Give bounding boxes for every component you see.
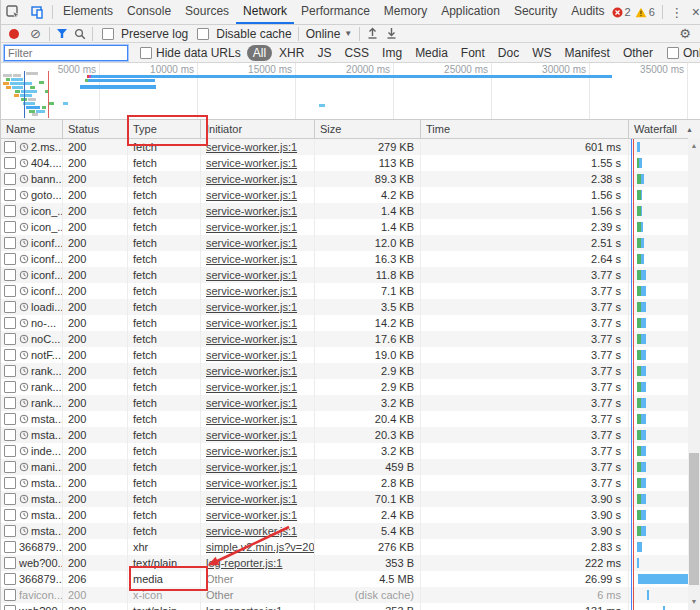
table-row[interactable]: msta... 200 fetch service-worker.js:1 70… <box>1 491 700 507</box>
request-initiator[interactable]: service-worker.js:1 <box>206 173 297 185</box>
row-checkbox[interactable] <box>4 317 16 329</box>
import-har-icon[interactable] <box>367 27 378 41</box>
warning-badge[interactable]: 6 <box>635 6 655 18</box>
row-checkbox[interactable] <box>4 445 16 457</box>
row-checkbox[interactable] <box>4 349 16 361</box>
filter-pill-manifest[interactable]: Manifest <box>559 45 616 61</box>
device-toolbar-icon[interactable] <box>25 1 49 23</box>
tab-network[interactable]: Network <box>236 0 294 24</box>
table-row[interactable]: iconf... 200 fetch service-worker.js:1 7… <box>1 283 700 299</box>
request-initiator[interactable]: service-worker.js:1 <box>206 285 297 297</box>
column-header-cell[interactable]: Size <box>315 120 421 138</box>
row-checkbox[interactable] <box>4 429 16 441</box>
column-header-cell[interactable]: Status <box>63 120 128 138</box>
request-initiator[interactable]: service-worker.js:1 <box>206 525 297 537</box>
inspect-element-icon[interactable] <box>1 1 25 23</box>
table-row[interactable]: iconf... 200 fetch service-worker.js:1 1… <box>1 267 700 283</box>
tab-application[interactable]: Application <box>434 0 507 24</box>
tab-sources[interactable]: Sources <box>178 0 236 24</box>
row-checkbox[interactable] <box>4 221 16 233</box>
search-icon[interactable] <box>71 23 89 45</box>
table-row[interactable]: 2.ms... 200 fetch service-worker.js:1 27… <box>1 139 700 155</box>
table-row[interactable]: bann... 200 fetch service-worker.js:1 89… <box>1 171 700 187</box>
table-row[interactable]: 404.... 200 fetch service-worker.js:1 11… <box>1 155 700 171</box>
filter-icon[interactable] <box>53 23 71 45</box>
row-checkbox[interactable] <box>4 605 16 610</box>
table-row[interactable]: msta... 200 fetch service-worker.js:1 2.… <box>1 507 700 523</box>
filter-pill-css[interactable]: CSS <box>338 45 375 61</box>
row-checkbox[interactable] <box>4 557 16 569</box>
filter-pill-js[interactable]: JS <box>311 45 337 61</box>
filter-pill-other[interactable]: Other <box>617 45 659 61</box>
request-initiator[interactable]: service-worker.js:1 <box>206 141 297 153</box>
request-initiator[interactable]: service-worker.js:1 <box>206 349 297 361</box>
request-initiator[interactable]: service-worker.js:1 <box>206 477 297 489</box>
column-header-cell[interactable]: Waterfall▲ <box>629 120 700 138</box>
table-row[interactable]: notF... 200 fetch service-worker.js:1 19… <box>1 347 700 363</box>
table-row[interactable]: msta... 200 fetch service-worker.js:1 2.… <box>1 475 700 491</box>
column-header-cell[interactable]: Type <box>128 120 201 138</box>
request-initiator[interactable]: service-worker.js:1 <box>206 157 297 169</box>
request-initiator[interactable]: service-worker.js:1 <box>206 205 297 217</box>
scroll-up-icon[interactable]: ▲ <box>688 140 700 152</box>
row-checkbox[interactable] <box>4 237 16 249</box>
tab-performance[interactable]: Performance <box>294 0 377 24</box>
request-initiator[interactable]: service-worker.js:1 <box>206 189 297 201</box>
filter-pill-img[interactable]: Img <box>376 45 408 61</box>
request-initiator[interactable]: service-worker.js:1 <box>206 381 297 393</box>
clear-icon[interactable]: ⊘ <box>30 27 41 40</box>
request-initiator[interactable]: service-worker.js:1 <box>206 317 297 329</box>
table-row[interactable]: mani... 200 fetch service-worker.js:1 45… <box>1 459 700 475</box>
vertical-scrollbar[interactable]: ▲ ▼ <box>688 138 700 610</box>
request-initiator[interactable]: service-worker.js:1 <box>206 365 297 377</box>
record-button[interactable] <box>9 29 19 39</box>
request-initiator[interactable]: service-worker.js:1 <box>206 509 297 521</box>
filter-pill-xhr[interactable]: XHR <box>273 45 310 61</box>
request-initiator[interactable]: service-worker.js:1 <box>206 397 297 409</box>
filter-pill-ws[interactable]: WS <box>526 45 557 61</box>
filter-pill-all[interactable]: All <box>247 45 272 61</box>
table-row[interactable]: msta... 200 fetch service-worker.js:1 20… <box>1 427 700 443</box>
request-initiator[interactable]: service-worker.js:1 <box>206 221 297 233</box>
error-badge[interactable]: 2 <box>612 6 631 18</box>
row-checkbox[interactable] <box>4 173 16 185</box>
request-initiator[interactable]: service-worker.js:1 <box>206 429 297 441</box>
disable-cache-checkbox[interactable] <box>197 28 209 40</box>
table-row[interactable]: goto... 200 fetch service-worker.js:1 4.… <box>1 187 700 203</box>
table-row[interactable]: rank... 200 fetch service-worker.js:1 2.… <box>1 379 700 395</box>
request-initiator[interactable]: log-reporter.js:1 <box>206 605 282 610</box>
column-header-cell[interactable]: Initiator <box>201 120 315 138</box>
table-row[interactable]: web?00... 200 text/plain log-reporter.js… <box>1 603 700 610</box>
request-initiator[interactable]: service-worker.js:1 <box>206 237 297 249</box>
scrollbar-thumb[interactable] <box>689 453 699 585</box>
row-checkbox[interactable] <box>4 157 16 169</box>
request-initiator[interactable]: service-worker.js:1 <box>206 333 297 345</box>
samesite-checkbox[interactable] <box>667 47 679 59</box>
table-row[interactable]: icon_... 200 fetch service-worker.js:1 1… <box>1 203 700 219</box>
row-checkbox[interactable] <box>4 493 16 505</box>
column-header-cell[interactable]: Name <box>1 120 63 138</box>
row-checkbox[interactable] <box>4 333 16 345</box>
hide-data-urls-checkbox[interactable] <box>140 47 152 59</box>
request-initiator[interactable]: service-worker.js:1 <box>206 253 297 265</box>
close-devtools-icon[interactable]: × <box>688 4 700 20</box>
table-row[interactable]: inde... 200 fetch service-worker.js:1 3.… <box>1 443 700 459</box>
row-checkbox[interactable] <box>4 285 16 297</box>
row-checkbox[interactable] <box>4 189 16 201</box>
row-checkbox[interactable] <box>4 381 16 393</box>
request-initiator[interactable]: service-worker.js:1 <box>206 445 297 457</box>
tab-security[interactable]: Security <box>507 0 564 24</box>
tab-audits[interactable]: Audits <box>564 0 611 24</box>
table-row[interactable]: iconf... 200 fetch service-worker.js:1 1… <box>1 235 700 251</box>
more-options-icon[interactable]: ⋮ <box>670 5 684 20</box>
row-checkbox[interactable] <box>4 205 16 217</box>
table-row[interactable]: noC... 200 fetch service-worker.js:1 17.… <box>1 331 700 347</box>
request-initiator[interactable]: service-worker.js:1 <box>206 413 297 425</box>
export-har-icon[interactable] <box>386 27 397 41</box>
row-checkbox[interactable] <box>4 461 16 473</box>
row-checkbox[interactable] <box>4 253 16 265</box>
row-checkbox[interactable] <box>4 509 16 521</box>
table-row[interactable]: loadi... 200 fetch service-worker.js:1 3… <box>1 299 700 315</box>
filter-input[interactable] <box>4 45 128 61</box>
row-checkbox[interactable] <box>4 397 16 409</box>
